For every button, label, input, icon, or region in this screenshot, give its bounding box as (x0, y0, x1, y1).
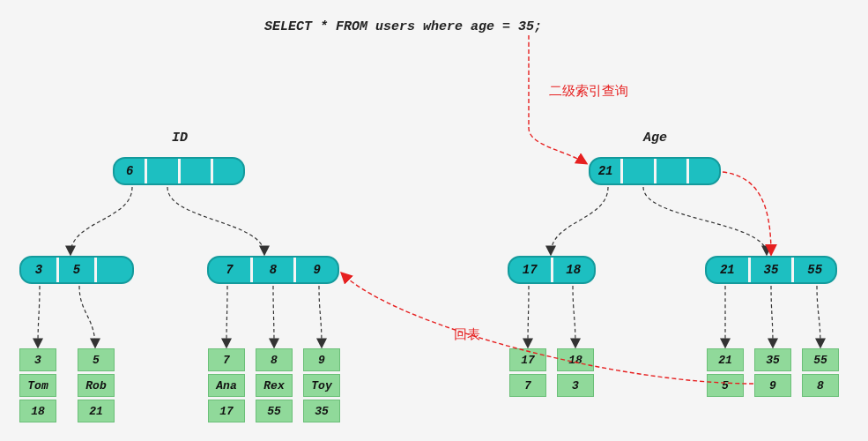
node-slot: 35 (751, 258, 795, 282)
leaf-name: Tom (19, 374, 56, 397)
leaf-name: Ana (208, 374, 245, 397)
leaf-key: 18 (557, 348, 594, 371)
node-slot: 5 (59, 258, 97, 282)
leaf-key: 7 (208, 348, 245, 371)
age-leaf: 18 3 (557, 348, 594, 397)
node-slot: 6 (115, 159, 147, 183)
age-root-node: 21 (589, 157, 721, 185)
secondary-index-annotation: 二级索引查询 (549, 83, 628, 100)
age-leaf: 55 8 (802, 348, 839, 397)
leaf-name: Rex (256, 374, 293, 397)
back-to-table-annotation: 回表 (454, 326, 480, 343)
leaf-key: 8 (256, 348, 293, 371)
leaf-key: 35 (754, 348, 791, 371)
id-leaf: 8 Rex 55 (256, 348, 293, 422)
age-leaf: 21 5 (707, 348, 744, 397)
leaf-id: 9 (754, 374, 791, 397)
age-tree-label: Age (643, 131, 667, 146)
node-slot: 3 (21, 258, 59, 282)
leaf-key: 17 (509, 348, 546, 371)
leaf-age: 17 (208, 400, 245, 422)
node-slot (623, 159, 656, 183)
age-left-node: 17 18 (508, 256, 596, 284)
age-leaf: 35 9 (754, 348, 791, 397)
age-right-node: 21 35 55 (705, 256, 837, 284)
node-slot (147, 159, 180, 183)
node-slot (97, 258, 132, 282)
leaf-key: 3 (19, 348, 56, 371)
leaf-id: 7 (509, 374, 546, 397)
id-leaf: 5 Rob 21 (78, 348, 115, 422)
id-right-node: 7 8 9 (207, 256, 339, 284)
id-tree-label: ID (172, 131, 188, 146)
leaf-id: 8 (802, 374, 839, 397)
sql-query: SELECT * FROM users where age = 35; (264, 19, 542, 34)
leaf-age: 35 (303, 400, 340, 422)
leaf-age: 18 (19, 400, 56, 422)
node-slot (689, 159, 719, 183)
leaf-key: 21 (707, 348, 744, 371)
node-slot: 9 (296, 258, 338, 282)
leaf-name: Toy (303, 374, 340, 397)
leaf-key: 5 (78, 348, 115, 371)
leaf-age: 55 (256, 400, 293, 422)
node-slot: 21 (707, 258, 751, 282)
node-slot: 18 (553, 258, 595, 282)
node-slot: 21 (590, 159, 623, 183)
age-leaf: 17 7 (509, 348, 546, 397)
node-slot: 8 (253, 258, 297, 282)
leaf-id: 5 (707, 374, 744, 397)
leaf-id: 3 (557, 374, 594, 397)
node-slot (181, 159, 213, 183)
leaf-age: 21 (78, 400, 115, 422)
id-left-node: 3 5 (19, 256, 134, 284)
node-slot: 7 (209, 258, 253, 282)
leaf-name: Rob (78, 374, 115, 397)
node-slot: 17 (509, 258, 553, 282)
leaf-key: 9 (303, 348, 340, 371)
id-leaf: 7 Ana 17 (208, 348, 245, 422)
id-leaf: 9 Toy 35 (303, 348, 340, 422)
node-slot (657, 159, 689, 183)
node-slot (213, 159, 243, 183)
node-slot: 55 (794, 258, 835, 282)
id-root-node: 6 (113, 157, 245, 185)
id-leaf: 3 Tom 18 (19, 348, 56, 422)
leaf-key: 55 (802, 348, 839, 371)
